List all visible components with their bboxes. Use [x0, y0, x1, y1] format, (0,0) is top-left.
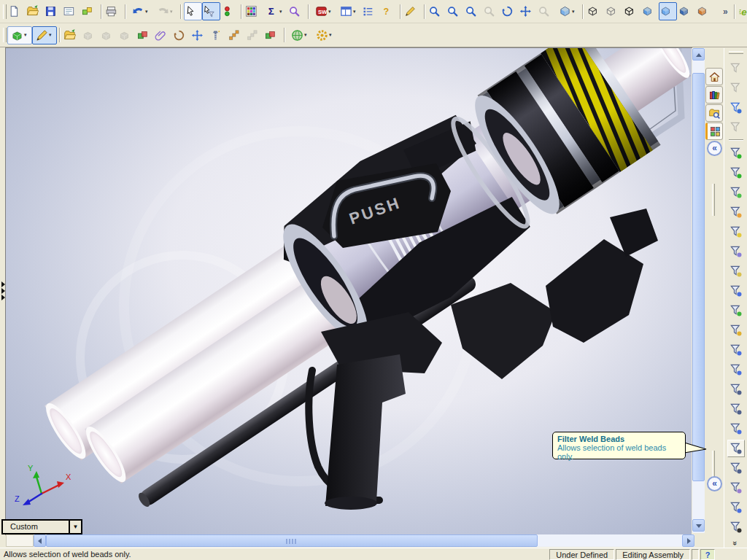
invert-selection-button[interactable]: [727, 119, 745, 136]
zoom-window-button[interactable]: [537, 2, 555, 20]
hidden-lines-removed-button[interactable]: [622, 2, 640, 20]
measure-button[interactable]: ▾: [263, 2, 287, 20]
sketch-button[interactable]: ▾: [32, 26, 57, 44]
view-pane-button[interactable]: ▾: [336, 2, 361, 20]
wireframe-button[interactable]: [586, 2, 604, 20]
rotate-view-button[interactable]: [500, 2, 519, 20]
panel-collapse-button[interactable]: «: [707, 476, 722, 491]
configurations-button[interactable]: ▾: [312, 26, 337, 44]
filter-weld-symbols-button[interactable]: [727, 459, 745, 477]
print-button[interactable]: [104, 2, 123, 20]
pan-button[interactable]: [519, 2, 537, 20]
undo-button[interactable]: ▾: [128, 2, 153, 20]
dropdown-arrow-button[interactable]: ▼: [69, 521, 81, 533]
filter-cosmetic-threads-button[interactable]: [727, 479, 745, 497]
featuremanager-splitter[interactable]: [1, 281, 5, 301]
vertical-scroll-thumb[interactable]: [692, 73, 705, 481]
task-pane-tab-file-explorer[interactable]: [705, 122, 723, 140]
help-button[interactable]: [379, 2, 398, 20]
insert-component-button[interactable]: ▾: [7, 26, 32, 44]
filter-geometric-tolerances-button[interactable]: [727, 400, 745, 418]
component-pattern-button[interactable]: [99, 26, 117, 44]
shaded-with-edges-button[interactable]: [640, 2, 659, 20]
filter-edges-button[interactable]: [727, 164, 745, 182]
filter-surface-finish-symbols-button[interactable]: [727, 381, 745, 398]
quick-tips-help-button[interactable]: ?: [700, 549, 715, 560]
color-swatches-button[interactable]: [244, 2, 263, 20]
save-button[interactable]: [44, 2, 62, 20]
section-view-button[interactable]: [695, 2, 713, 20]
filter-planes-button[interactable]: [727, 262, 745, 280]
zoom-to-fit-button[interactable]: [427, 2, 446, 20]
check-model-button[interactable]: [287, 2, 306, 20]
filter-center-marks-button[interactable]: [727, 341, 745, 359]
select-button[interactable]: [184, 2, 202, 20]
select-all-filters-button[interactable]: [727, 99, 745, 117]
task-pane-tab-home[interactable]: [705, 68, 723, 85]
make-virtual-button[interactable]: [63, 26, 81, 44]
selection-colors-button[interactable]: [220, 2, 239, 20]
filter-midpoints-button[interactable]: [727, 322, 745, 339]
filter-faces-button[interactable]: [727, 184, 745, 201]
filter-blocks-button[interactable]: [727, 499, 745, 516]
toolbar-overflow-button[interactable]: »: [713, 2, 732, 20]
make-assembly-button[interactable]: [80, 2, 98, 20]
view-orientation-dropdown[interactable]: Custom ▼: [1, 519, 82, 534]
hidden-lines-visible-button[interactable]: [604, 2, 622, 20]
filter-datum-targets-button[interactable]: [727, 518, 745, 536]
task-pane-grip[interactable]: [712, 184, 715, 216]
mate-button[interactable]: [154, 26, 172, 44]
task-pane-collapse-button[interactable]: «: [707, 141, 722, 156]
solidworks-office-button[interactable]: ▾: [311, 2, 336, 20]
options-list-button[interactable]: [361, 2, 379, 20]
graphics-viewport[interactable]: PUSH Y X Z: [5, 47, 692, 535]
filter-notes-button[interactable]: [727, 420, 745, 438]
zoom-to-area-button[interactable]: [446, 2, 464, 20]
filter-solid-bodies-button[interactable]: [727, 223, 745, 241]
scroll-right-button[interactable]: [682, 534, 694, 547]
appearances-button[interactable]: ▾: [287, 26, 312, 44]
horizontal-scroll-track[interactable]: [538, 534, 682, 547]
filter-sketch-segments-button[interactable]: [727, 302, 745, 319]
filter-sketch-points-button[interactable]: [727, 282, 745, 300]
zoom-in-out-button[interactable]: [464, 2, 482, 20]
mirror-components-button[interactable]: [117, 26, 136, 44]
filter-vertices-button[interactable]: [727, 144, 745, 162]
filter-axes-button[interactable]: [727, 243, 745, 260]
interference-detection-button[interactable]: [263, 26, 282, 44]
smart-fasteners-button[interactable]: [209, 26, 227, 44]
clear-all-filters-button[interactable]: [727, 79, 745, 97]
rotate-component-button[interactable]: [172, 26, 190, 44]
redo-button[interactable]: ▾: [153, 2, 178, 20]
task-pane-tab-design-library[interactable]: [705, 104, 723, 122]
filter-weld-beads-button[interactable]: [727, 440, 745, 457]
hide-components-button[interactable]: [81, 26, 99, 44]
filter-surface-bodies-button[interactable]: [727, 203, 745, 221]
view-orientation-button[interactable]: ▾: [555, 2, 580, 20]
move-component-button[interactable]: [190, 26, 209, 44]
horizontal-scrollbar[interactable]: [6, 534, 694, 547]
separator: [306, 2, 311, 21]
exploded-view-button[interactable]: [227, 26, 245, 44]
new-button[interactable]: [7, 2, 26, 20]
filter-toggle-button[interactable]: [727, 60, 745, 77]
shadows-button[interactable]: [677, 2, 695, 20]
vertical-scrollbar[interactable]: [692, 48, 705, 533]
task-pane-tab-resources[interactable]: [705, 86, 723, 104]
filter-dimensions-button[interactable]: [727, 361, 745, 378]
make-drawing-button[interactable]: [62, 2, 80, 20]
filter-select-button[interactable]: [202, 2, 220, 20]
toolbar-grip[interactable]: [729, 51, 743, 54]
explode-line-sketch-button[interactable]: [245, 26, 263, 44]
scroll-up-button[interactable]: [692, 48, 705, 61]
scroll-left-button[interactable]: [34, 534, 46, 547]
stylus-select-button[interactable]: [403, 2, 422, 20]
horizontal-scroll-thumb[interactable]: [46, 534, 538, 547]
open-button[interactable]: [26, 2, 44, 20]
replace-components-button[interactable]: [136, 26, 154, 44]
scroll-down-button[interactable]: [692, 519, 705, 532]
shaded-button[interactable]: [659, 2, 677, 20]
zoom-to-selection-button[interactable]: [482, 2, 500, 20]
edrawings-button[interactable]: [738, 2, 747, 20]
more-buttons-chevron[interactable]: »: [732, 541, 740, 545]
